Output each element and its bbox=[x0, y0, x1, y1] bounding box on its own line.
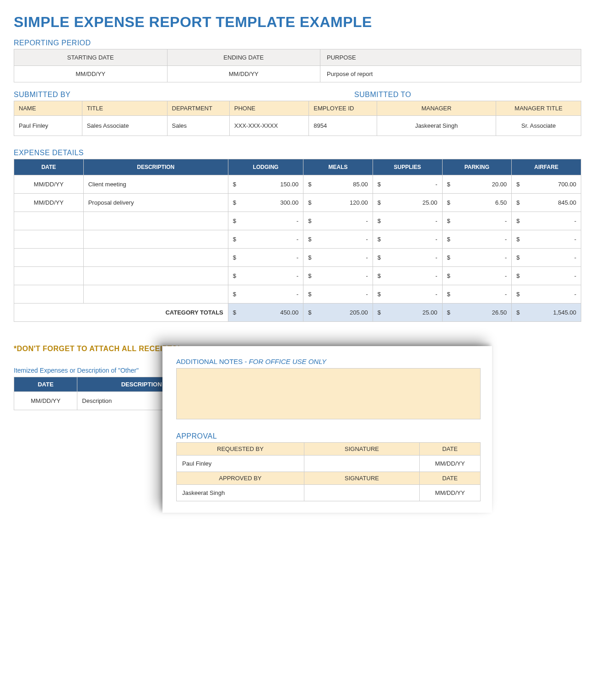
item-date-cell[interactable]: MM/DD/YY bbox=[14, 392, 77, 410]
col-dept: DEPARTMENT bbox=[167, 101, 229, 116]
expense-desc-cell[interactable] bbox=[83, 285, 228, 304]
total-airfare: $1,545.00 bbox=[512, 304, 581, 322]
expense-supplies-cell[interactable]: $- bbox=[373, 175, 442, 194]
expense-airfare-cell[interactable]: $- bbox=[512, 285, 581, 304]
col-approved-by: APPROVED BY bbox=[177, 472, 304, 485]
total-parking: $26.50 bbox=[442, 304, 512, 322]
expense-desc-cell[interactable]: Proposal delivery bbox=[83, 194, 228, 212]
expense-lodging-cell[interactable]: $- bbox=[228, 249, 303, 267]
expense-date-cell[interactable] bbox=[14, 285, 84, 304]
expense-date-cell[interactable]: MM/DD/YY bbox=[14, 175, 84, 194]
title-cell[interactable]: Sales Associate bbox=[82, 116, 167, 136]
col-date-2: DATE bbox=[420, 472, 481, 485]
expense-date-cell[interactable] bbox=[14, 212, 84, 230]
expense-parking-cell[interactable]: $- bbox=[442, 230, 512, 249]
col-signature-2: SIGNATURE bbox=[304, 472, 419, 485]
expense-supplies-cell[interactable]: $- bbox=[373, 212, 442, 230]
col-phone: PHONE bbox=[229, 101, 308, 116]
expense-desc-cell[interactable] bbox=[83, 230, 228, 249]
expense-row: $-$-$-$-$- bbox=[14, 267, 581, 285]
expense-lodging-cell[interactable]: $300.00 bbox=[228, 194, 303, 212]
manager-cell[interactable]: Jaskeerat Singh bbox=[377, 116, 496, 136]
approved-sig-cell[interactable] bbox=[304, 485, 419, 501]
page-title: SIMPLE EXPENSE REPORT TEMPLATE EXAMPLE bbox=[14, 14, 581, 31]
expense-airfare-cell[interactable]: $700.00 bbox=[512, 175, 581, 194]
expense-supplies-cell[interactable]: $- bbox=[373, 267, 442, 285]
expense-parking-cell[interactable]: $20.00 bbox=[442, 175, 512, 194]
expense-date-cell[interactable] bbox=[14, 249, 84, 267]
expense-lodging-cell[interactable]: $- bbox=[228, 212, 303, 230]
expense-desc-cell[interactable] bbox=[83, 267, 228, 285]
additional-notes-box[interactable] bbox=[176, 368, 481, 419]
manager-title-cell[interactable]: Sr. Associate bbox=[496, 116, 581, 136]
col-exp-date: DATE bbox=[14, 159, 84, 175]
expense-lodging-cell[interactable]: $- bbox=[228, 285, 303, 304]
expense-date-cell[interactable] bbox=[14, 267, 84, 285]
expense-meals-cell[interactable]: $- bbox=[303, 249, 373, 267]
phone-cell[interactable]: XXX-XXX-XXXX bbox=[229, 116, 308, 136]
end-date-cell[interactable]: MM/DD/YY bbox=[167, 66, 320, 82]
expense-airfare-cell[interactable]: $- bbox=[512, 212, 581, 230]
col-manager: MANAGER bbox=[377, 101, 496, 116]
expense-supplies-cell[interactable]: $- bbox=[373, 249, 442, 267]
col-lodging: LODGING bbox=[228, 159, 303, 175]
col-airfare: AIRFARE bbox=[512, 159, 581, 175]
expense-desc-cell[interactable] bbox=[83, 212, 228, 230]
requested-date-cell[interactable]: MM/DD/YY bbox=[420, 456, 481, 472]
approved-date-cell[interactable]: MM/DD/YY bbox=[420, 485, 481, 501]
expense-parking-cell[interactable]: $6.50 bbox=[442, 194, 512, 212]
purpose-cell[interactable]: Purpose of report bbox=[320, 66, 581, 82]
expense-airfare-cell[interactable]: $845.00 bbox=[512, 194, 581, 212]
expense-supplies-cell[interactable]: $25.00 bbox=[373, 194, 442, 212]
col-date-1: DATE bbox=[420, 443, 481, 456]
expense-date-cell[interactable]: MM/DD/YY bbox=[14, 194, 84, 212]
requested-sig-cell[interactable] bbox=[304, 456, 419, 472]
expense-row: MM/DD/YYProposal delivery$300.00$120.00$… bbox=[14, 194, 581, 212]
expense-row: $-$-$-$-$- bbox=[14, 285, 581, 304]
expense-meals-cell[interactable]: $- bbox=[303, 230, 373, 249]
empid-cell[interactable]: 8954 bbox=[309, 116, 377, 136]
expense-parking-cell[interactable]: $- bbox=[442, 285, 512, 304]
expense-supplies-cell[interactable]: $- bbox=[373, 230, 442, 249]
expense-date-cell[interactable] bbox=[14, 230, 84, 249]
expense-parking-cell[interactable]: $- bbox=[442, 212, 512, 230]
reporting-period-label: REPORTING PERIOD bbox=[14, 39, 581, 47]
col-end-date: ENDING DATE bbox=[167, 49, 320, 66]
category-totals-label: CATEGORY TOTALS bbox=[14, 304, 228, 322]
expense-airfare-cell[interactable]: $- bbox=[512, 267, 581, 285]
expense-meals-cell[interactable]: $- bbox=[303, 285, 373, 304]
expense-airfare-cell[interactable]: $- bbox=[512, 230, 581, 249]
submitted-table: NAME TITLE DEPARTMENT PHONE EMPLOYEE ID … bbox=[14, 101, 581, 136]
expense-parking-cell[interactable]: $- bbox=[442, 249, 512, 267]
submitted-by-label: SUBMITTED BY bbox=[14, 91, 354, 99]
expense-meals-cell[interactable]: $- bbox=[303, 212, 373, 230]
col-supplies: SUPPLIES bbox=[373, 159, 442, 175]
expense-desc-cell[interactable]: Client meeting bbox=[83, 175, 228, 194]
expense-meals-cell[interactable]: $85.00 bbox=[303, 175, 373, 194]
dept-cell[interactable]: Sales bbox=[167, 116, 229, 136]
approval-label: APPROVAL bbox=[176, 432, 481, 440]
expense-lodging-cell[interactable]: $- bbox=[228, 230, 303, 249]
col-signature-1: SIGNATURE bbox=[304, 443, 419, 456]
col-parking: PARKING bbox=[442, 159, 512, 175]
expense-meals-cell[interactable]: $120.00 bbox=[303, 194, 373, 212]
total-supplies: $25.00 bbox=[373, 304, 442, 322]
col-name: NAME bbox=[14, 101, 82, 116]
total-lodging: $450.00 bbox=[228, 304, 303, 322]
requested-by-cell[interactable]: Paul Finley bbox=[177, 456, 304, 472]
expense-row: $-$-$-$-$- bbox=[14, 249, 581, 267]
expense-supplies-cell[interactable]: $- bbox=[373, 285, 442, 304]
col-empid: EMPLOYEE ID bbox=[309, 101, 377, 116]
name-cell[interactable]: Paul Finley bbox=[14, 116, 82, 136]
expense-desc-cell[interactable] bbox=[83, 249, 228, 267]
expense-airfare-cell[interactable]: $- bbox=[512, 249, 581, 267]
expense-row: MM/DD/YYClient meeting$150.00$85.00$-$20… bbox=[14, 175, 581, 194]
additional-notes-panel: ADDITIONAL NOTES - FOR OFFICE USE ONLY A… bbox=[162, 346, 492, 513]
expense-meals-cell[interactable]: $- bbox=[303, 267, 373, 285]
start-date-cell[interactable]: MM/DD/YY bbox=[14, 66, 168, 82]
approved-by-cell[interactable]: Jaskeerat Singh bbox=[177, 485, 304, 501]
expense-lodging-cell[interactable]: $150.00 bbox=[228, 175, 303, 194]
expense-lodging-cell[interactable]: $- bbox=[228, 267, 303, 285]
submitted-to-label: SUBMITTED TO bbox=[354, 91, 411, 99]
expense-parking-cell[interactable]: $- bbox=[442, 267, 512, 285]
